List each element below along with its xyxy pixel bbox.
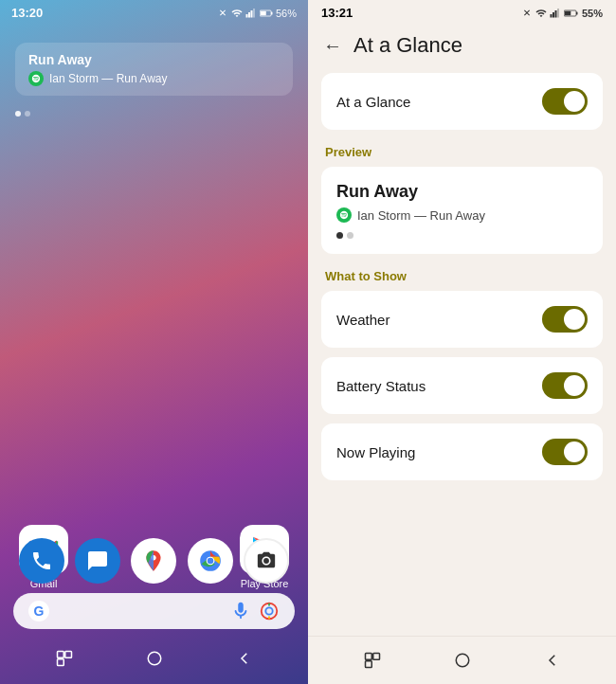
dock-area: G [0,531,308,637]
left-status-icons: 56% [217,8,297,19]
notification-area: Run Away Ian Storm — Run Away [0,24,308,103]
svg-point-17 [265,607,272,614]
right-battery-icon [564,8,579,19]
messages-icon[interactable] [75,538,120,584]
now-playing-row: Now Playing [321,423,603,480]
spotify-icon [28,71,44,86]
bottom-nav-right [308,636,616,684]
main-toggle[interactable] [542,88,588,115]
page-title: At a Glance [353,33,462,58]
main-toggle-row: At a Glance [321,73,603,130]
svg-rect-20 [57,652,63,658]
maps-icon[interactable] [131,538,176,584]
svg-rect-21 [64,652,71,658]
preview-card-title: Run Away [336,182,588,202]
svg-rect-25 [553,12,554,18]
lens-icon[interactable] [259,601,280,621]
preview-card: Run Away Ian Storm — Run Away [321,167,603,254]
svg-rect-3 [253,9,255,18]
right-panel: 13:21 55% ← At a Glance At a Glance Prev… [308,0,616,684]
svg-rect-33 [365,661,371,668]
header-row: ← At a Glance [308,24,616,65]
chrome-icon[interactable] [188,538,233,584]
main-toggle-label: At a Glance [336,94,410,110]
search-bar[interactable]: G [13,593,295,629]
weather-label: Weather [336,312,390,328]
right-recent-btn[interactable] [353,646,391,675]
right-mute-icon [521,8,533,19]
back-btn[interactable] [226,644,263,673]
notif-sub: Ian Storm — Run Away [28,71,280,86]
preview-card-subtitle: Ian Storm — Run Away [357,208,485,223]
right-home-btn[interactable] [444,646,481,675]
dot-1 [15,111,21,117]
svg-point-15 [208,558,214,565]
notif-subtitle: Ian Storm — Run Away [49,72,168,85]
right-status-icons: 55% [521,8,603,19]
phone-icon[interactable] [19,538,64,584]
mic-icon[interactable] [230,601,251,621]
google-logo: G [28,601,49,621]
preview-card-sub: Ian Storm — Run Away [336,207,588,223]
right-signal-icon [550,8,561,19]
notif-title: Run Away [28,52,280,67]
svg-rect-6 [271,11,273,14]
svg-rect-31 [365,654,371,660]
signal-icon [245,8,257,19]
battery-status-toggle[interactable] [542,372,588,399]
dot-indicators [0,103,308,124]
left-battery-pct: 56% [276,8,297,19]
preview-dot-1 [336,232,343,239]
right-wifi-icon [535,8,547,19]
battery-status-row: Battery Status [321,357,603,414]
now-playing-label: Now Playing [336,444,415,460]
preview-dot-2 [347,232,353,239]
notification-card: Run Away Ian Storm — Run Away [15,43,293,96]
now-playing-toggle[interactable] [542,439,588,465]
home-btn[interactable] [136,644,173,673]
svg-rect-32 [372,654,379,660]
battery-icon [260,8,273,19]
battery-status-label: Battery Status [336,378,426,394]
what-to-show-label: What to Show [321,263,603,287]
back-button[interactable]: ← [323,35,342,57]
svg-rect-30 [576,11,578,14]
svg-point-23 [148,652,161,665]
left-status-bar: 13:20 56% [0,0,308,24]
left-time: 13:20 [11,6,43,20]
svg-rect-5 [261,10,266,15]
svg-rect-0 [245,14,247,18]
wifi-icon [231,8,243,19]
dot-2 [25,111,30,117]
right-time: 13:21 [321,6,353,20]
weather-toggle[interactable] [542,306,588,333]
preview-section-label: Preview [321,139,603,163]
svg-rect-22 [57,659,63,666]
weather-row: Weather [321,291,603,348]
right-back-btn[interactable] [534,646,571,675]
svg-rect-29 [565,10,571,15]
recent-apps-btn[interactable] [45,644,83,673]
preview-spotify-icon [336,207,352,223]
preview-card-dots [336,232,588,239]
svg-rect-2 [250,10,252,18]
svg-rect-27 [557,9,559,18]
mute-icon [217,8,228,19]
dock-row [13,538,295,584]
right-status-bar: 13:21 55% [308,0,616,24]
camera-icon[interactable] [244,538,289,584]
svg-rect-24 [550,14,552,18]
left-panel: 13:20 56% Run Away Ian Storm — Run Away [0,0,308,684]
svg-rect-1 [248,12,250,18]
settings-content: At a Glance Preview Run Away Ian Storm —… [308,65,616,636]
bottom-nav-left [0,640,308,676]
svg-rect-26 [554,10,556,18]
svg-point-34 [456,654,469,667]
right-battery-pct: 55% [582,8,603,19]
